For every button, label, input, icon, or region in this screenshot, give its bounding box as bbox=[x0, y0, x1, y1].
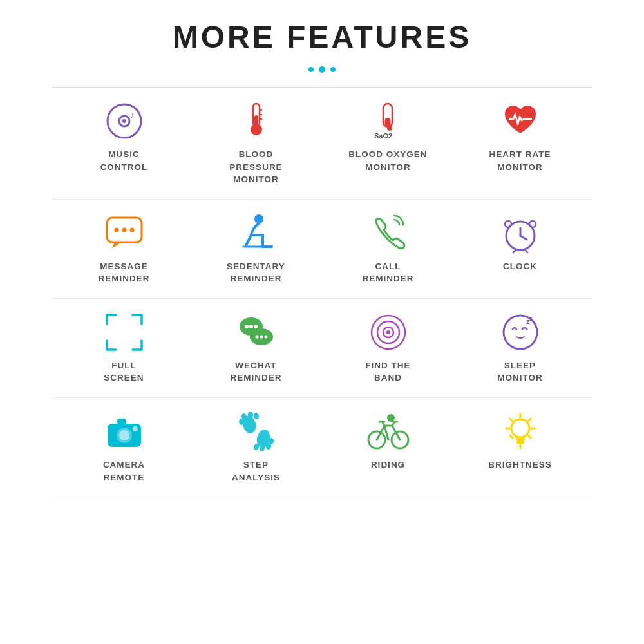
features-grid: ♪ MUSICCONTROL bbox=[52, 87, 592, 497]
feature-call-reminder: CALLREMINDER bbox=[334, 214, 443, 285]
step-analysis-label: STEPANALYSIS bbox=[232, 459, 280, 484]
svg-point-16 bbox=[122, 227, 126, 232]
blood-oxygen-label: BLOOD OXYGENMONITOR bbox=[348, 148, 427, 173]
feature-step-analysis: STEPANALYSIS bbox=[202, 412, 311, 484]
feature-sedentary-reminder: SEDENTARYREMINDER bbox=[202, 214, 311, 285]
camera-remote-icon bbox=[105, 412, 144, 451]
svg-line-28 bbox=[513, 250, 516, 252]
dot-3 bbox=[330, 67, 336, 72]
svg-line-25 bbox=[520, 236, 527, 240]
riding-icon bbox=[369, 412, 408, 451]
wechat-reminder-icon bbox=[237, 313, 276, 352]
feature-find-band: FIND THEBAND bbox=[334, 313, 443, 384]
feature-row-3: FULLSCREEN WECHATREM bbox=[52, 298, 592, 397]
svg-point-32 bbox=[249, 325, 253, 328]
svg-rect-6 bbox=[254, 115, 258, 129]
svg-text:SaO2: SaO2 bbox=[374, 132, 392, 140]
svg-line-78 bbox=[528, 419, 531, 421]
svg-line-76 bbox=[510, 419, 513, 421]
svg-point-41 bbox=[386, 330, 390, 334]
svg-rect-48 bbox=[117, 419, 126, 425]
svg-point-15 bbox=[114, 227, 118, 232]
find-band-label: FIND THEBAND bbox=[365, 359, 410, 384]
clock-label: CLOCK bbox=[503, 260, 537, 273]
page: MORE FEATURES ♪ MUSICCONTROL bbox=[0, 0, 644, 644]
sedentary-reminder-icon bbox=[237, 214, 276, 252]
feature-wechat-reminder: WECHATREMINDER bbox=[202, 313, 311, 384]
feature-full-screen: FULLSCREEN bbox=[70, 313, 179, 384]
feature-message-reminder: MESSAGEREMINDER bbox=[70, 214, 179, 285]
camera-remote-label: CAMERAREMOTE bbox=[103, 459, 145, 484]
step-analysis-icon bbox=[237, 412, 276, 451]
feature-blood-pressure: BLOODPRESSUREMONITOR bbox=[202, 102, 311, 186]
svg-point-17 bbox=[129, 227, 134, 232]
svg-line-77 bbox=[528, 435, 531, 438]
page-title: MORE FEATURES bbox=[173, 19, 471, 55]
wechat-reminder-label: WECHATREMINDER bbox=[230, 359, 281, 384]
svg-point-69 bbox=[511, 419, 529, 437]
feature-row-4: CAMERAREMOTE bbox=[52, 397, 592, 497]
svg-rect-70 bbox=[516, 437, 525, 440]
svg-rect-11 bbox=[384, 118, 390, 127]
sleep-monitor-label: SLEEPMONITOR bbox=[497, 359, 543, 384]
svg-point-54 bbox=[252, 412, 259, 420]
svg-line-29 bbox=[525, 250, 527, 252]
feature-sleep-monitor: z z SLEEPMONITOR bbox=[466, 313, 575, 384]
full-screen-icon bbox=[105, 313, 144, 352]
heart-rate-icon bbox=[501, 102, 540, 140]
feature-brightness: BRIGHTNESS bbox=[466, 412, 575, 471]
feature-heart-rate: HEART RATEMONITOR bbox=[466, 102, 575, 173]
svg-line-79 bbox=[510, 435, 513, 438]
message-reminder-icon bbox=[105, 214, 144, 252]
feature-riding: RIDING bbox=[334, 412, 443, 471]
feature-music-control: ♪ MUSICCONTROL bbox=[70, 102, 179, 173]
full-screen-label: FULLSCREEN bbox=[104, 359, 144, 384]
svg-point-35 bbox=[255, 335, 258, 338]
feature-clock: CLOCK bbox=[466, 214, 575, 273]
blood-pressure-label: BLOODPRESSUREMONITOR bbox=[229, 148, 282, 186]
svg-rect-71 bbox=[516, 440, 524, 444]
sleep-monitor-icon: z z bbox=[501, 313, 540, 352]
sedentary-reminder-label: SEDENTARYREMINDER bbox=[227, 260, 285, 285]
dot-1 bbox=[308, 67, 314, 72]
brightness-icon bbox=[501, 412, 540, 451]
music-control-label: MUSICCONTROL bbox=[100, 148, 148, 173]
brightness-label: BRIGHTNESS bbox=[488, 459, 552, 471]
blood-oxygen-icon: SaO2 bbox=[369, 102, 408, 140]
decorative-dots bbox=[308, 66, 336, 73]
riding-label: RIDING bbox=[371, 459, 405, 471]
svg-point-27 bbox=[529, 221, 536, 227]
svg-point-33 bbox=[254, 325, 258, 328]
music-control-icon: ♪ bbox=[105, 102, 144, 140]
svg-point-26 bbox=[505, 221, 511, 227]
blood-pressure-icon bbox=[237, 102, 276, 140]
dot-2 bbox=[319, 66, 325, 73]
svg-text:z: z bbox=[529, 316, 533, 322]
svg-point-49 bbox=[133, 426, 138, 431]
svg-point-12 bbox=[387, 126, 392, 131]
svg-point-68 bbox=[387, 414, 395, 422]
call-reminder-label: CALLREMINDER bbox=[362, 260, 413, 285]
svg-point-36 bbox=[260, 335, 263, 338]
feature-row-1: ♪ MUSICCONTROL bbox=[52, 88, 592, 199]
svg-point-37 bbox=[264, 335, 267, 338]
svg-point-2 bbox=[122, 119, 126, 123]
feature-camera-remote: CAMERAREMOTE bbox=[70, 412, 179, 484]
svg-point-31 bbox=[245, 325, 249, 328]
svg-text:♪: ♪ bbox=[130, 110, 135, 120]
svg-point-47 bbox=[119, 430, 129, 440]
find-band-icon bbox=[369, 313, 408, 352]
feature-row-2: MESSAGEREMINDER bbox=[52, 199, 592, 298]
svg-line-19 bbox=[246, 235, 251, 245]
heart-rate-label: HEART RATEMONITOR bbox=[489, 148, 551, 173]
message-reminder-label: MESSAGEREMINDER bbox=[98, 260, 149, 285]
feature-blood-oxygen: SaO2 BLOOD OXYGENMONITOR bbox=[334, 102, 443, 173]
clock-icon bbox=[501, 214, 540, 252]
svg-point-18 bbox=[254, 214, 263, 223]
call-reminder-icon bbox=[369, 214, 408, 252]
